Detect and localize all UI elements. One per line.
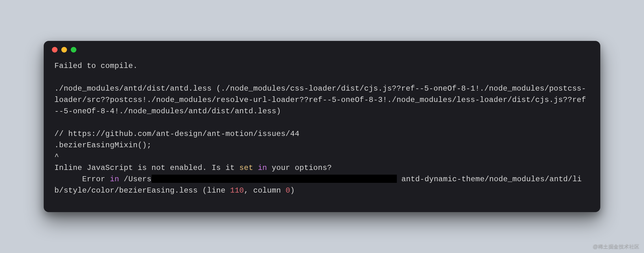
- caret-line: ^: [54, 152, 59, 161]
- keyword-in: in: [258, 164, 267, 172]
- maximize-icon[interactable]: [71, 47, 76, 53]
- error-msg: Inline JavaScript is not enabled. Is it …: [54, 164, 332, 172]
- minimize-icon[interactable]: [61, 47, 67, 53]
- terminal-output: Failed to compile. ./node_modules/antd/d…: [44, 59, 600, 212]
- keyword-set: set: [239, 164, 253, 172]
- terminal-window: Failed to compile. ./node_modules/antd/d…: [44, 41, 600, 212]
- line-number: 110: [230, 186, 244, 195]
- error-header: Failed to compile.: [54, 62, 138, 70]
- file-path: ./node_modules/antd/dist/antd.less (./no…: [54, 84, 586, 115]
- code-line: .bezierEasingMixin();: [54, 141, 152, 149]
- keyword-in: in: [110, 175, 119, 183]
- title-bar: [44, 41, 600, 59]
- watermark: @稀土掘金技术社区: [593, 243, 640, 250]
- column-number: 0: [286, 186, 290, 195]
- comment-line: // https://github.com/ant-design/ant-mot…: [54, 130, 299, 138]
- redacted-path: [152, 175, 397, 183]
- error-location: Error in /Users antd-dynamic-theme/node_…: [54, 175, 582, 195]
- close-icon[interactable]: [52, 47, 58, 53]
